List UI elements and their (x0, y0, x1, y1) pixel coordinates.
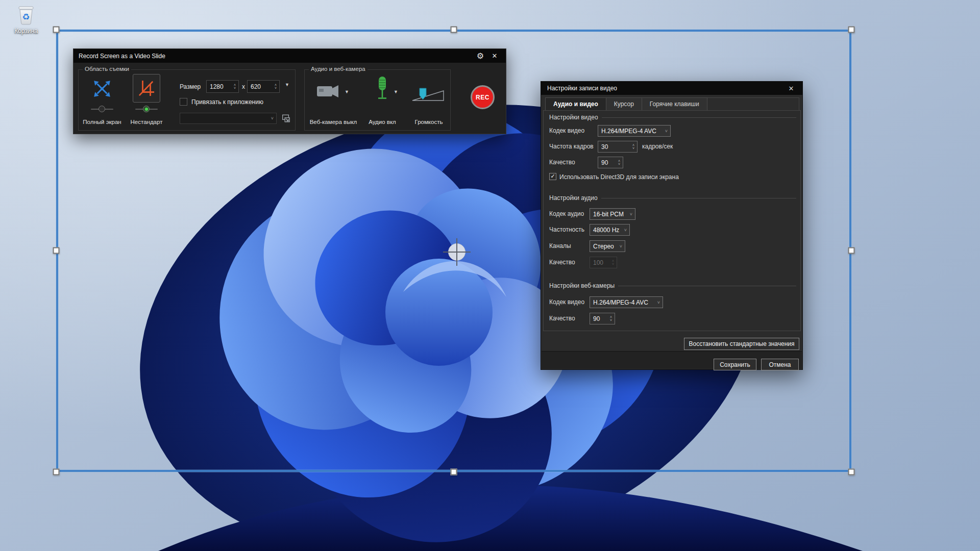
spinner-arrows[interactable]: ˄ ˅ (607, 316, 615, 322)
attach-to-app-checkbox[interactable] (180, 98, 187, 106)
selection-handle-top-left[interactable] (53, 27, 60, 33)
tab-strip-filler (707, 97, 799, 111)
chevron-down-icon: ˅ (271, 116, 276, 121)
fullscreen-mode-button[interactable] (86, 74, 118, 104)
framerate-spinner[interactable]: 30 ˄ ˅ (598, 141, 638, 153)
webcam-settings-heading: Настройки веб-камеры (549, 282, 796, 289)
spinner-arrows[interactable]: ˄ ˅ (272, 84, 279, 90)
capture-area-group: Область съемки Полный экран (78, 69, 296, 131)
recorder-settings-gear-button[interactable]: ⚙ (474, 51, 486, 61)
framerate-unit-label: кадров/сек (642, 143, 673, 150)
channels-label: Каналы (549, 242, 571, 249)
restore-defaults-button[interactable]: Восстановить стандартные значения (684, 338, 799, 350)
spin-down-icon[interactable]: ˅ (275, 87, 277, 90)
rec-button[interactable]: REC (471, 85, 495, 109)
fullscreen-arrows-icon (92, 79, 112, 98)
application-select-combo[interactable]: ˅ (180, 113, 277, 124)
recording-settings-dialog: Настройки записи видео ✕ Аудио и видео К… (541, 81, 803, 370)
webcam-off-icon (316, 83, 339, 99)
webcam-toggle-button[interactable] (316, 83, 339, 102)
video-quality-value: 90 (598, 159, 616, 166)
spinner-arrows[interactable]: ˄ ˅ (231, 84, 238, 90)
tab-audio-video[interactable]: Аудио и видео (545, 97, 606, 111)
fullscreen-mode-toggle[interactable] (91, 106, 113, 112)
custom-region-toggle[interactable] (135, 106, 158, 112)
recorder-window: Record Screen as a Video Slide ⚙ ✕ Облас… (73, 48, 506, 134)
video-settings-heading: Настройки видео (549, 114, 796, 121)
recycle-bin-desktop-icon[interactable]: ♻ Корзина (6, 4, 46, 35)
tab-hotkeys[interactable]: Горячие клавиши (642, 97, 707, 111)
channels-value: Стерео (590, 243, 614, 250)
recorder-titlebar[interactable]: Record Screen as a Video Slide ⚙ ✕ (74, 49, 506, 63)
video-quality-spinner[interactable]: 90 ˄ ˅ (598, 157, 623, 168)
dialog-titlebar[interactable]: Настройки записи видео ✕ (541, 82, 802, 95)
frequency-label: Частотность (549, 226, 584, 233)
pick-window-icon (281, 114, 291, 123)
capture-width-spinner[interactable]: 1280 ˄ ˅ (206, 80, 239, 93)
cancel-button[interactable]: Отмена (761, 359, 799, 370)
capture-width-value: 1280 (207, 83, 231, 90)
spinner-arrows[interactable]: ˄ ˅ (630, 144, 637, 150)
toggle-knob-active[interactable] (143, 106, 150, 112)
spinner-arrows: ˄ ˅ (609, 260, 617, 266)
custom-region-button[interactable] (133, 74, 160, 103)
webcam-quality-label: Качество (549, 315, 575, 322)
recorder-close-button[interactable]: ✕ (488, 52, 501, 60)
audio-settings-heading-text: Настройки аудио (549, 194, 598, 202)
video-settings-heading-text: Настройки видео (549, 114, 598, 121)
save-button[interactable]: Сохранить (714, 359, 756, 370)
selection-handle-bottom-middle[interactable] (451, 469, 457, 475)
dialog-tab-strip: Аудио и видео Курсор Горячие клавиши (545, 97, 799, 111)
audio-quality-spinner-disabled: 100 ˄ ˅ (590, 257, 617, 268)
selection-handle-top-middle[interactable] (451, 27, 457, 33)
capture-center-crosshair[interactable] (443, 238, 471, 266)
tab-cursor[interactable]: Курсор (606, 97, 642, 111)
size-presets-button[interactable]: ▼ (285, 82, 289, 87)
video-codec-value: H.264/MPEG-4 AVC (598, 128, 656, 135)
webcam-codec-value: H.264/MPEG-4 AVC (590, 299, 648, 306)
volume-label: Громкость (407, 119, 451, 125)
capture-height-value: 620 (248, 83, 272, 90)
microphone-on-icon (376, 76, 388, 102)
selection-handle-bottom-right[interactable] (848, 469, 855, 475)
audio-webcam-group-label: Аудио и веб-камера (309, 66, 368, 72)
webcam-dropdown-chevron[interactable]: ▼ (345, 89, 349, 94)
chevron-down-icon: ˅ (630, 212, 635, 217)
audio-dropdown-chevron[interactable]: ▼ (394, 89, 398, 94)
webcam-quality-spinner[interactable]: 90 ˄ ˅ (590, 313, 615, 324)
selection-handle-middle-right[interactable] (848, 247, 855, 254)
spinner-arrows[interactable]: ˄ ˅ (616, 160, 623, 166)
channels-dropdown[interactable]: Стерео ˅ (590, 240, 625, 252)
pick-window-button[interactable] (280, 113, 292, 124)
video-codec-dropdown[interactable]: H.264/MPEG-4 AVC ˅ (598, 125, 671, 137)
recycle-glyph: ♻ (22, 12, 30, 22)
spin-down-icon: ˅ (612, 263, 614, 266)
attach-to-app-label: Привязать к приложению (191, 98, 263, 106)
direct3d-checkbox[interactable]: ✓ (549, 173, 556, 180)
webcam-status-label: Веб-камера выкл (304, 119, 363, 125)
fullscreen-mode-label: Полный экран (79, 119, 126, 125)
audio-toggle-button[interactable] (376, 76, 388, 104)
spin-down-icon[interactable]: ˅ (234, 87, 236, 90)
dialog-close-button[interactable]: ✕ (786, 85, 796, 92)
framerate-label: Частота кадров (549, 143, 594, 150)
volume-slider[interactable] (411, 87, 446, 105)
spin-down-icon[interactable]: ˅ (610, 319, 612, 322)
frequency-dropdown[interactable]: 48000 Hz ˅ (590, 224, 630, 236)
audio-webcam-group: Аудио и веб-камера ▼ Веб-камера выкл (304, 69, 451, 131)
selection-handle-middle-left[interactable] (53, 247, 60, 254)
selection-handle-bottom-left[interactable] (53, 469, 60, 475)
spin-down-icon[interactable]: ˅ (632, 147, 634, 150)
chevron-down-icon: ˅ (620, 244, 625, 249)
selection-handle-top-right[interactable] (848, 27, 855, 33)
capture-height-spinner[interactable]: 620 ˄ ˅ (247, 80, 280, 93)
heading-rule (602, 117, 796, 118)
heading-rule (601, 198, 796, 198)
spin-down-icon[interactable]: ˅ (618, 163, 620, 166)
webcam-codec-dropdown[interactable]: H.264/MPEG-4 AVC ˅ (590, 296, 663, 308)
audio-codec-dropdown[interactable]: 16-bit PCM ˅ (590, 208, 635, 220)
toggle-knob[interactable] (99, 106, 105, 112)
webcam-quality-value: 90 (590, 315, 607, 322)
audio-quality-label: Качество (549, 259, 575, 266)
audio-settings-heading: Настройки аудио (549, 194, 796, 202)
